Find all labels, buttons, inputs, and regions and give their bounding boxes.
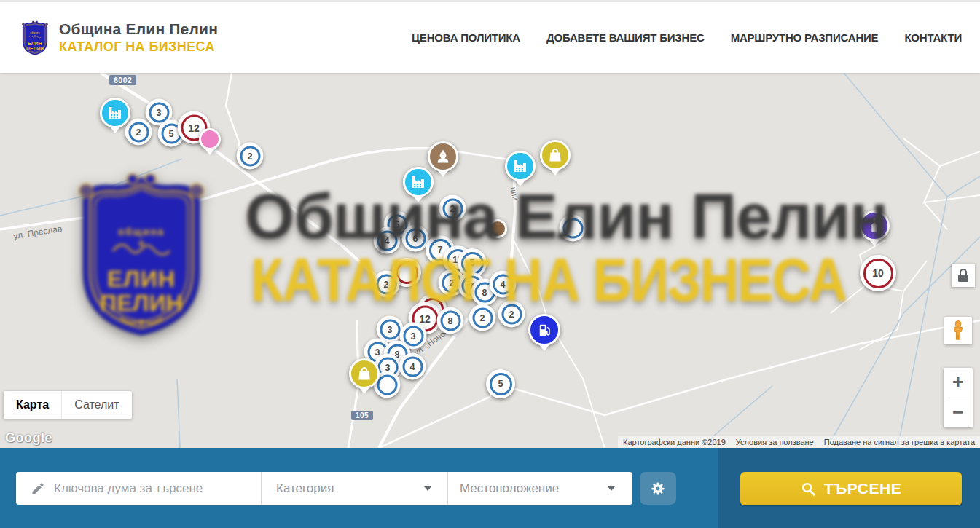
cluster-count: 3 [149, 102, 169, 122]
google-logo[interactable]: Google [5, 430, 52, 446]
logo-title: Община Елин Пелин [59, 20, 218, 38]
search-button-label: ТЪРСЕНЕ [824, 480, 901, 497]
chevron-down-icon [608, 486, 615, 491]
fuel-icon [536, 321, 554, 339]
cluster-count: 4 [402, 356, 423, 377]
cluster-marker[interactable]: 2 [498, 301, 525, 328]
svg-text:ЕЛИН: ЕЛИН [28, 40, 42, 45]
cluster-count: 5 [461, 252, 484, 275]
zoom-control: + − [944, 368, 973, 427]
cluster-count: 4 [377, 230, 397, 251]
category-pin-factory[interactable] [100, 98, 130, 128]
lock-button[interactable] [952, 264, 975, 287]
shopping-bag-icon [356, 365, 373, 382]
church-icon [866, 217, 883, 235]
search-fields-group: Категория Местоположение [16, 472, 632, 505]
worker-icon [434, 148, 452, 165]
advanced-settings-button[interactable] [640, 472, 676, 505]
attribution-copyright: Картографски данни ©2019 [618, 438, 731, 446]
cluster-marker[interactable]: 2 [373, 271, 400, 298]
road-badge-6002: 6002 [109, 75, 136, 85]
map-type-control: Карта Сателит [4, 391, 132, 419]
attribution-terms-link[interactable]: Условия за ползване [731, 438, 819, 446]
category-pin[interactable] [199, 128, 221, 150]
pencil-icon [31, 481, 45, 496]
cluster-count: 2 [472, 307, 493, 328]
cluster-count: 2 [442, 198, 463, 218]
cluster-count [562, 218, 583, 238]
category-pin-factory[interactable] [403, 167, 434, 197]
gear-icon [650, 481, 666, 497]
zoom-in-button[interactable]: + [944, 368, 973, 398]
category-pin[interactable] [488, 219, 507, 238]
cluster-marker[interactable] [560, 215, 587, 242]
nav-route-schedule[interactable]: МАРШРУТНО РАЗПИСАНИЕ [731, 31, 879, 44]
google-map[interactable]: 6002 ул. Преслав ции бул. „Новосел 105 3… [0, 73, 980, 448]
map-attribution: Картографски данни ©2019 Условия за полз… [618, 436, 980, 448]
nav-add-your-business[interactable]: ДОБАВЕТЕ ВАШИЯТ БИЗНЕС [546, 31, 705, 44]
map-type-map-button[interactable]: Карта [4, 391, 62, 419]
cluster-count: 3 [380, 319, 400, 339]
cluster-count: 2 [240, 146, 260, 166]
category-pin-worker[interactable] [428, 141, 458, 172]
map-type-satellite-button[interactable]: Сателит [62, 391, 131, 419]
search-icon [801, 481, 816, 497]
nav-contacts[interactable]: КОНТАКТИ [904, 31, 962, 44]
site-header: община ЕЛИН ПЕЛИН Община Елин Пелин КАТА… [0, 0, 980, 73]
cluster-marker[interactable]: 4 [399, 353, 426, 380]
cluster-count [377, 374, 397, 395]
logo-subtitle: КАТАЛОГ НА БИЗНЕСА [59, 39, 218, 55]
keyword-section [16, 472, 261, 505]
lock-icon [958, 269, 968, 282]
cluster-count: 10 [863, 259, 893, 288]
cluster-count: 2 [501, 304, 522, 324]
cluster-count: 4 [493, 274, 513, 294]
cluster-marker[interactable]: 2 [237, 143, 264, 170]
location-dropdown[interactable]: Местоположение [448, 472, 632, 505]
cluster-count: 5 [490, 373, 512, 395]
cluster-count: 2 [128, 122, 149, 142]
factory-icon [106, 104, 124, 122]
pegman-icon [949, 320, 968, 342]
logo-text: Община Елин Пелин КАТАЛОГ НА БИЗНЕСА [59, 20, 218, 55]
cluster-count: 2 [376, 274, 396, 294]
svg-text:община: община [30, 31, 40, 34]
search-button[interactable]: ТЪРСЕНЕ [740, 472, 962, 505]
cluster-count: 6 [405, 228, 426, 248]
category-dropdown[interactable]: Категория [262, 472, 447, 505]
road-badge-105: 105 [351, 411, 373, 420]
cluster-count: 3 [403, 326, 423, 346]
cluster-count: 8 [440, 310, 460, 331]
cluster-marker[interactable]: 2 [439, 195, 466, 222]
cluster-marker[interactable]: 2 [469, 304, 496, 331]
cluster-marker[interactable]: 2 [125, 119, 152, 146]
municipality-emblem-icon: община ЕЛИН ПЕЛИН [18, 17, 52, 58]
cluster-marker[interactable]: 10 [860, 255, 896, 291]
chevron-down-icon [424, 486, 431, 491]
zoom-out-button[interactable]: − [944, 398, 973, 428]
factory-icon [409, 173, 427, 191]
category-pin-church[interactable] [859, 210, 890, 241]
factory-icon [511, 157, 529, 175]
app-logo[interactable]: община ЕЛИН ПЕЛИН Община Елин Пелин КАТА… [18, 17, 218, 58]
main-nav: ЦЕНОВА ПОЛИТИКА ДОБАВЕТЕ ВАШИЯТ БИЗНЕС М… [412, 31, 962, 44]
svg-text:ПЕЛИН: ПЕЛИН [26, 45, 44, 50]
cluster-marker[interactable]: 4 [490, 271, 517, 298]
location-dropdown-label: Местоположение [460, 481, 559, 496]
cluster-marker[interactable]: 8 [437, 307, 464, 334]
category-dropdown-label: Категория [276, 481, 334, 496]
category-pin-shopping-bag[interactable] [349, 358, 380, 389]
attribution-report-error-link[interactable]: Подаване на сигнал за грешка в картата [819, 438, 980, 446]
nav-pricing-policy[interactable]: ЦЕНОВА ПОЛИТИКА [412, 31, 520, 44]
shopping-bag-icon [546, 146, 564, 164]
search-bar: Категория Местоположение ТЪРСЕНЕ [0, 448, 980, 528]
cluster-marker[interactable]: 4 [374, 227, 401, 254]
keyword-search-input[interactable] [54, 481, 229, 496]
category-pin-shopping-bag[interactable] [540, 140, 571, 170]
category-pin-factory[interactable] [505, 151, 536, 181]
street-view-pegman-button[interactable] [944, 317, 972, 344]
category-pin-fuel[interactable] [528, 314, 560, 346]
cluster-marker[interactable]: 6 [402, 225, 429, 252]
cluster-marker[interactable]: 5 [486, 369, 515, 398]
